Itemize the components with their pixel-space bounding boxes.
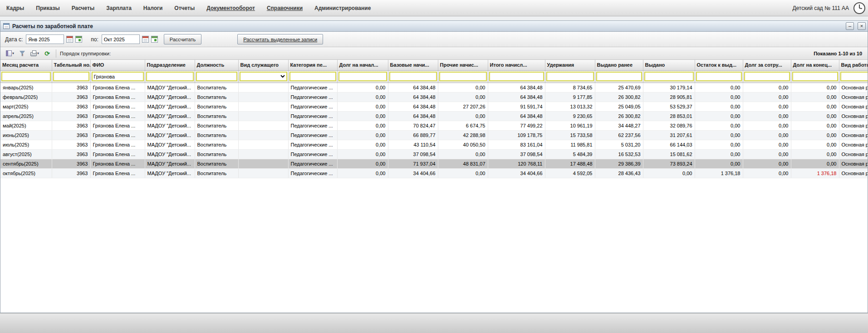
filter-input[interactable] — [196, 72, 237, 81]
table-cell: 5 484,39 — [545, 149, 595, 159]
filter-input[interactable] — [92, 72, 144, 81]
filter-input[interactable] — [840, 72, 868, 81]
table-cell: 0,00 — [743, 149, 791, 159]
table-cell: март(2025) — [0, 102, 52, 111]
refresh-icon: ⟳ — [44, 50, 50, 57]
table-cell: 64 384,48 — [388, 102, 438, 111]
calendar-picker-icon[interactable] — [75, 36, 82, 43]
menu-item[interactable]: Документооборот — [206, 5, 255, 11]
column-header[interactable]: Подразделение — [145, 60, 195, 70]
table-cell: 27 207,26 — [438, 102, 488, 111]
window-titlebar: Расчеты по заработной плате – × — [0, 21, 868, 32]
filter-input[interactable] — [546, 72, 594, 81]
table-cell: 0,00 — [743, 159, 791, 168]
menu-item[interactable]: Расчеты — [72, 5, 95, 11]
menu-item[interactable]: Отчеты — [174, 5, 195, 11]
filter-select[interactable] — [240, 72, 287, 81]
column-header[interactable]: Долг на конец... — [791, 60, 839, 70]
column-header[interactable]: Вид работы — [839, 60, 868, 70]
filter-input[interactable] — [338, 72, 387, 81]
table-cell: 70 824,47 — [388, 121, 438, 130]
clock-icon[interactable] — [853, 2, 865, 14]
column-header[interactable]: Итого начисл... — [488, 60, 545, 70]
column-header[interactable]: Удержания — [545, 60, 595, 70]
calculate-button[interactable]: Рассчитать — [164, 34, 201, 44]
menu-item[interactable]: Кадры — [6, 5, 24, 11]
table-row[interactable]: май(2025)3963Грязнова Елена ...МАДОУ "Де… — [0, 121, 868, 130]
column-header[interactable]: Выдано — [643, 60, 695, 70]
filter-input[interactable] — [744, 72, 790, 81]
table-cell: 30 179,14 — [643, 83, 695, 92]
table-row[interactable]: апрель(2025)3963Грязнова Елена ...МАДОУ … — [0, 111, 868, 121]
column-header[interactable]: ФИО — [90, 60, 145, 70]
table-row[interactable]: сентябрь(2025)3963Грязнова Елена ...МАДО… — [0, 159, 868, 168]
column-header[interactable]: Табельный но... — [52, 60, 90, 70]
column-header[interactable]: Выдано ранее — [595, 60, 643, 70]
column-header[interactable]: Базовые начи... — [388, 60, 438, 70]
print-button[interactable]: ▾ — [29, 49, 41, 59]
table-cell: 64 384,48 — [388, 83, 438, 92]
column-header[interactable]: Месяц расчета — [0, 60, 52, 70]
table-cell: 64 384,48 — [388, 92, 438, 102]
filter-input[interactable] — [389, 72, 437, 81]
column-header[interactable]: Остаток к выд... — [695, 60, 743, 70]
column-header[interactable]: Долг на начал... — [337, 60, 388, 70]
calculate-selected-button[interactable]: Рассчитать выделенные записи — [237, 34, 323, 44]
table-cell: 0,00 — [337, 168, 388, 178]
table-row[interactable]: январь(2025)3963Грязнова Елена ...МАДОУ … — [0, 83, 868, 92]
table-row[interactable]: февраль(2025)3963Грязнова Елена ...МАДОУ… — [0, 92, 868, 102]
table-cell: Педагогические ... — [288, 111, 337, 121]
table-cell: 3963 — [52, 130, 90, 140]
table-cell: Основная работа — [839, 83, 868, 92]
date-to-input[interactable] — [102, 34, 140, 44]
column-header[interactable]: Прочие начис... — [438, 60, 488, 70]
filter-input[interactable] — [696, 72, 742, 81]
table-cell: 25 470,69 — [595, 83, 643, 92]
filter-input[interactable] — [489, 72, 544, 81]
column-header[interactable]: Категория пе... — [288, 60, 337, 70]
menu-item[interactable]: Налоги — [143, 5, 163, 11]
menu-item[interactable]: Приказы — [36, 5, 59, 11]
column-header[interactable]: Вид служащего — [238, 60, 288, 70]
table-cell: 77 499,22 — [488, 121, 545, 130]
filter-input[interactable] — [644, 72, 694, 81]
filter-input[interactable] — [289, 72, 336, 81]
table-cell: МАДОУ "Детский... — [145, 149, 195, 159]
filter-input[interactable] — [439, 72, 487, 81]
table-cell: 5 031,20 — [595, 140, 643, 149]
menu-item[interactable]: Зарплата — [106, 5, 132, 11]
refresh-button[interactable]: ⟳ — [42, 49, 52, 59]
clear-filter-button[interactable]: ✖ — [17, 49, 27, 59]
table-cell: МАДОУ "Детский... — [145, 111, 195, 121]
menu-item[interactable]: Справочники — [267, 5, 303, 11]
payroll-window: Расчеты по заработной плате – × Дата с: … — [0, 20, 868, 313]
table-cell: Основная работа — [839, 92, 868, 102]
export-button[interactable]: ▾ — [4, 49, 16, 59]
table-row[interactable]: октябрь(2025)3963Грязнова Елена ...МАДОУ… — [0, 168, 868, 178]
table-cell: 0,00 — [743, 140, 791, 149]
table-cell: 0,00 — [337, 159, 388, 168]
menu-item[interactable]: Администрирование — [314, 5, 371, 11]
minimize-button[interactable]: – — [846, 22, 854, 30]
column-header[interactable]: Долг за сотру... — [743, 60, 791, 70]
date-from-input[interactable] — [26, 34, 64, 44]
close-button[interactable]: × — [858, 22, 866, 30]
table-row[interactable]: июнь(2025)3963Грязнова Елена ...МАДОУ "Д… — [0, 130, 868, 140]
table-cell: 25 049,05 — [595, 102, 643, 111]
table-row[interactable]: август(2025)3963Грязнова Елена ...МАДОУ … — [0, 149, 868, 159]
filter-input[interactable] — [792, 72, 838, 81]
column-header[interactable]: Должность — [195, 60, 238, 70]
calendar-icon[interactable] — [142, 36, 149, 43]
table-cell: Грязнова Елена ... — [90, 159, 145, 168]
table-row[interactable]: март(2025)3963Грязнова Елена ...МАДОУ "Д… — [0, 102, 868, 111]
filter-input[interactable] — [53, 72, 89, 81]
filter-input[interactable] — [1, 72, 51, 81]
table-cell: Грязнова Елена ... — [90, 140, 145, 149]
calendar-icon[interactable] — [66, 36, 73, 43]
table-row[interactable]: июль(2025)3963Грязнова Елена ...МАДОУ "Д… — [0, 140, 868, 149]
table-cell: 0,00 — [791, 83, 839, 92]
filter-input[interactable] — [596, 72, 642, 81]
filter-cell — [438, 70, 488, 83]
calendar-picker-icon[interactable] — [151, 36, 158, 43]
filter-input[interactable] — [146, 72, 194, 81]
